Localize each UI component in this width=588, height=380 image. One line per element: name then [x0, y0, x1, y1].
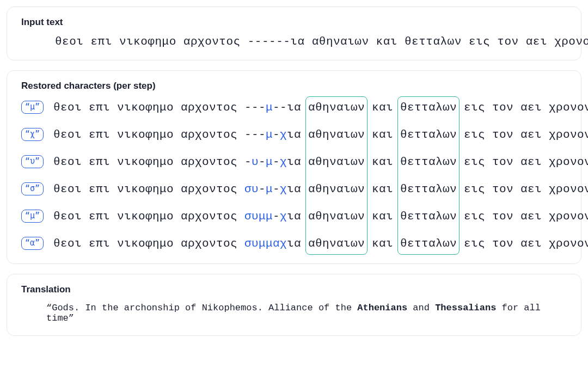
char: ο	[138, 156, 145, 168]
char: μ	[259, 237, 266, 250]
char: ς	[230, 183, 237, 195]
char: ν	[209, 128, 216, 141]
char: ν	[117, 237, 124, 250]
char: ι	[535, 237, 542, 250]
char: ο	[563, 183, 570, 195]
saliency-box	[397, 96, 460, 255]
char: θ	[53, 101, 60, 114]
step-row: “χ”θεοι επι νικοφημο αρχοντος ---μ-χια α…	[21, 126, 567, 143]
char: π	[96, 156, 103, 168]
char: θ	[400, 210, 407, 223]
char: κ	[131, 156, 138, 168]
char: ε	[407, 183, 414, 195]
char: θ	[53, 183, 60, 195]
char: α	[308, 101, 315, 114]
char: θ	[315, 128, 322, 141]
char: ο	[223, 210, 230, 223]
char: ν	[570, 128, 577, 141]
char: η	[322, 101, 329, 114]
char: ν	[329, 128, 336, 141]
char: α	[379, 156, 386, 168]
input-panel: Input text θεοι επι νικοφημο αρχοντος --…	[7, 7, 581, 60]
char: ω	[443, 128, 450, 141]
char: α	[181, 210, 188, 223]
char: ι	[471, 237, 478, 250]
char: η	[152, 210, 160, 223]
char: ι	[471, 128, 478, 141]
char: κ	[131, 210, 138, 223]
char: ω	[443, 101, 450, 114]
char: π	[96, 237, 103, 250]
char: α	[273, 237, 280, 250]
char: υ	[252, 183, 259, 195]
char: α	[379, 183, 386, 195]
char: ι	[103, 237, 110, 250]
char: φ	[145, 210, 152, 223]
char: α	[520, 210, 528, 223]
char: κ	[372, 156, 379, 168]
char: υ	[252, 156, 259, 168]
char: α	[336, 156, 344, 168]
char: ε	[464, 210, 471, 223]
step-chip: “υ”	[21, 155, 44, 168]
char: α	[520, 156, 528, 168]
step-chip: “χ”	[21, 128, 44, 141]
char: τ	[414, 101, 421, 114]
char: ο	[167, 183, 174, 195]
char: -	[259, 183, 266, 195]
char: -	[252, 128, 259, 141]
char: θ	[400, 237, 407, 250]
char: ς	[478, 237, 485, 250]
char: ι	[344, 128, 351, 141]
char: ι	[75, 183, 82, 195]
char: ο	[68, 156, 75, 168]
char: -	[280, 101, 287, 114]
char: ν	[209, 237, 216, 250]
step-line: θεοι επι νικοφημο αρχοντος ---μ-χια αθην…	[53, 128, 588, 141]
char: τ	[216, 210, 223, 223]
char: α	[181, 128, 188, 141]
char: ε	[89, 101, 96, 114]
char: η	[152, 237, 160, 250]
char: ρ	[188, 183, 195, 195]
char: η	[152, 183, 160, 195]
char: α	[379, 128, 386, 141]
char: ν	[584, 183, 588, 195]
char: ο	[138, 237, 145, 250]
char: ι	[103, 101, 110, 114]
char: ο	[499, 101, 506, 114]
char: ι	[287, 128, 294, 141]
char: τ	[216, 237, 223, 250]
char: ε	[528, 210, 535, 223]
char: ο	[202, 183, 209, 195]
char: ρ	[188, 128, 195, 141]
char: ι	[103, 210, 110, 223]
char: ν	[584, 101, 588, 114]
char: τ	[421, 237, 428, 250]
char: ε	[60, 210, 68, 223]
char: θ	[53, 128, 60, 141]
char: ν	[117, 210, 124, 223]
char: φ	[145, 101, 152, 114]
char: α	[336, 210, 344, 223]
translation-title: Translation	[21, 284, 567, 295]
char: ο	[68, 101, 75, 114]
char: μ	[266, 183, 273, 195]
char: α	[428, 156, 436, 168]
char: ι	[386, 101, 393, 114]
translation-bold-2: Thessalians	[435, 303, 496, 313]
char: α	[428, 183, 436, 195]
char: ν	[117, 128, 124, 141]
char: α	[520, 101, 528, 114]
char: α	[336, 101, 344, 114]
step-row: “υ”θεοι επι νικοφημο αρχοντος -υ-μ-χια α…	[21, 154, 567, 170]
char: ο	[223, 101, 230, 114]
char: ε	[60, 183, 68, 195]
char: ρ	[556, 156, 563, 168]
char: ο	[202, 128, 209, 141]
char: τ	[492, 210, 499, 223]
char: τ	[414, 156, 421, 168]
char: η	[322, 128, 329, 141]
char: ο	[577, 156, 584, 168]
char: α	[294, 183, 301, 195]
